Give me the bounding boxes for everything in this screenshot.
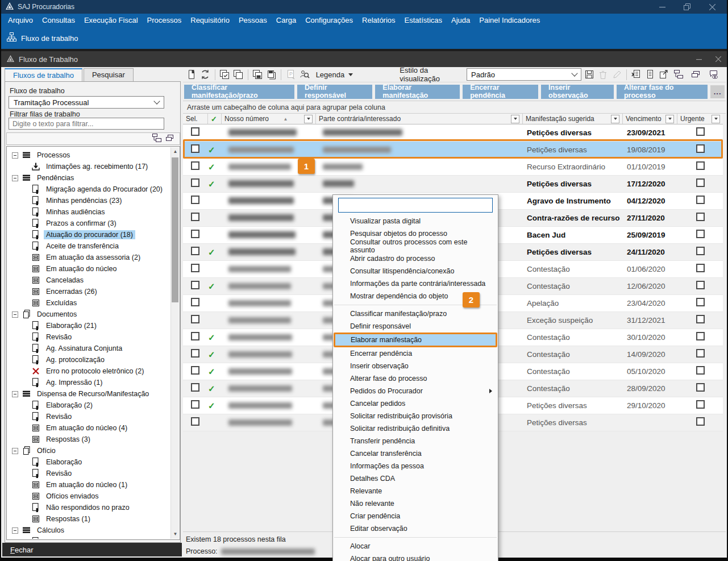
tree-item[interactable]: Em atuação do núcleo [7,263,170,275]
menubar-item-relat-rios[interactable]: Relatórios [357,14,400,27]
report-icon[interactable] [644,68,655,81]
row-select-checkbox[interactable] [191,315,199,323]
encerrar-pend-ncia-button[interactable]: Encerrar pendência [463,85,538,99]
col-sel[interactable]: Sel. [183,114,208,124]
context-menu-item-alocar-para-outro-usu-rio[interactable]: Alocar para outro usuário [333,552,498,561]
new-item-icon[interactable] [186,68,197,81]
menubar-item-painel-indicadores[interactable]: Painel Indicadores [475,14,544,27]
collapse-expander-icon[interactable] [12,311,18,318]
context-menu-item-transferir-pend-ncia[interactable]: Transferir pendência [333,435,498,447]
urgente-checkbox[interactable] [696,178,705,187]
minimize-icon[interactable] [650,0,675,14]
restore-icon[interactable] [675,0,700,14]
menubar-item-requisit-rio[interactable]: Requisitório [186,14,234,27]
filter-input[interactable] [9,118,164,130]
context-menu-item-alocar[interactable]: Alocar [333,540,498,552]
urgente-checkbox[interactable] [696,349,705,358]
tree-item[interactable]: Ag. Assinatura Conjunta [7,343,170,354]
context-menu-item-relevante[interactable]: Relevante [333,485,498,497]
row-select-checkbox[interactable] [191,161,199,170]
person-search-icon[interactable] [299,68,310,81]
col-nosso-numero[interactable]: Nosso número▲ [222,114,316,124]
tree-scrollbar[interactable]: ▲ ▼ [170,147,179,539]
menubar-item-estat-sticas[interactable]: Estatísticas [400,14,447,27]
collapse-expander-icon[interactable] [12,448,18,454]
classificar-manifesta-o-prazo-button[interactable]: Classificar manifestação/prazo [184,85,294,99]
tree-item[interactable]: Documentos [7,309,170,320]
style-select[interactable]: Padrão [467,68,581,81]
row-select-checkbox[interactable] [191,264,199,272]
tree-item[interactable]: Elaboração (2) [7,400,170,411]
filter-button-icon[interactable] [611,115,619,123]
context-menu-item-editar-observa-o[interactable]: Editar observação [333,522,498,535]
fluxo-de-trabalho-button[interactable]: Fluxo de trabalho [7,32,78,44]
row-select-checkbox[interactable] [191,144,199,153]
expand-tree-icon[interactable] [152,134,161,144]
tree-item[interactable]: Erro no protocolo eletrônico (2) [7,365,170,377]
tree-item[interactable]: Cálculos [7,525,170,536]
tree-item[interactable]: Elaboração (1) [7,536,170,539]
tree-item[interactable]: Em atuação da assessoria (2) [7,252,170,263]
col-vencimento[interactable]: Vencimento [623,114,677,124]
groupby-bar[interactable]: Arraste um cabeçalho de coluna aqui para… [183,101,726,114]
context-menu-item-cancelar-transfer-ncia[interactable]: Cancelar transferência [333,447,498,460]
tab-fluxos-de-trabalho[interactable]: Fluxos de trabalho [5,68,82,81]
tree-item[interactable]: Ofício [7,445,170,456]
inner-minimize-icon[interactable] [696,55,702,64]
table-row[interactable]: ✓ Recurso Extraordinário 01/10/2019 [183,159,723,176]
row-select-checkbox[interactable] [191,298,199,306]
select-all-icon[interactable] [219,68,230,81]
more-actions-button[interactable]: ... [710,85,725,98]
filter-button-icon[interactable] [665,115,674,123]
menubar-item-consultas[interactable]: Consultas [38,14,80,27]
urgente-checkbox[interactable] [696,315,705,323]
tree-item[interactable]: Não respondidos no prazo [7,502,170,513]
refresh-icon[interactable] [199,68,210,81]
tree-view-icon[interactable] [672,68,685,81]
legenda-dropdown[interactable]: Legenda [313,70,356,79]
tree-item[interactable]: Intimações ag. recebimento (17) [7,161,170,172]
tree-item[interactable]: Em atuação do núcleo (1) [7,479,170,491]
collapse-expander-icon[interactable] [12,391,18,397]
row-select-checkbox[interactable] [191,400,199,409]
menubar-item-processos[interactable]: Processos [143,14,186,27]
tree-item[interactable]: Dispensa de Recurso/Manifestação [7,388,170,400]
tree-item[interactable]: Aceite de transferência [7,240,170,252]
urgente-checkbox[interactable] [696,230,705,238]
context-menu-search-input[interactable] [338,198,493,213]
context-menu-item-solicitar-redistribui-o-definitiva[interactable]: Solicitar redistribuição definitiva [333,422,498,435]
collapse-expander-icon[interactable] [12,175,18,181]
tree-item[interactable]: Atuação do procurador (18) [7,229,170,240]
row-select-checkbox[interactable] [191,247,199,255]
clear-selection-icon[interactable] [233,68,244,81]
row-select-checkbox[interactable] [191,332,199,340]
row-select-checkbox[interactable] [191,178,199,187]
row-select-checkbox[interactable] [191,196,199,204]
comment-view-icon[interactable] [708,68,720,81]
table-row[interactable]: ✓ Petições diversas 17/12/2020 [183,176,723,193]
context-menu-item-alterar-fase-do-processo[interactable]: Alterar fase do processo [333,372,498,385]
row-select-checkbox[interactable] [191,349,199,358]
urgente-checkbox[interactable] [696,127,705,136]
col-parte-contraria[interactable]: Parte contrária/interessado [316,114,523,124]
scrollbar-thumb[interactable] [172,157,178,302]
context-menu-item-encerrar-pend-ncia[interactable]: Encerrar pendência [333,347,498,360]
context-menu-item-informa-es-da-parte-contr-ria-interessada[interactable]: Informações da parte contrária/interessa… [333,277,498,290]
urgente-checkbox[interactable] [696,383,705,392]
urgente-checkbox[interactable] [696,161,705,170]
filter-button-icon[interactable] [511,115,519,123]
tree-item[interactable]: Canceladas [7,275,170,286]
tree-item[interactable]: Respostas (1) [7,513,170,525]
menubar-item-execu-o-fiscal[interactable]: Execução Fiscal [80,14,143,27]
context-menu-item-cancelar-pedidos[interactable]: Cancelar pedidos [333,397,498,410]
tree-item[interactable]: Ofícios enviados [7,491,170,502]
urgente-checkbox[interactable] [696,213,705,221]
urgente-checkbox[interactable] [696,400,705,409]
tree-item[interactable]: Encerradas (26) [7,286,170,297]
tree-item[interactable]: Processos [7,149,170,161]
row-select-checkbox[interactable] [191,417,199,426]
collapse-tree-icon[interactable] [166,134,175,144]
row-select-checkbox[interactable] [191,127,199,136]
row-select-checkbox[interactable] [191,213,199,221]
close-icon[interactable] [700,0,725,14]
